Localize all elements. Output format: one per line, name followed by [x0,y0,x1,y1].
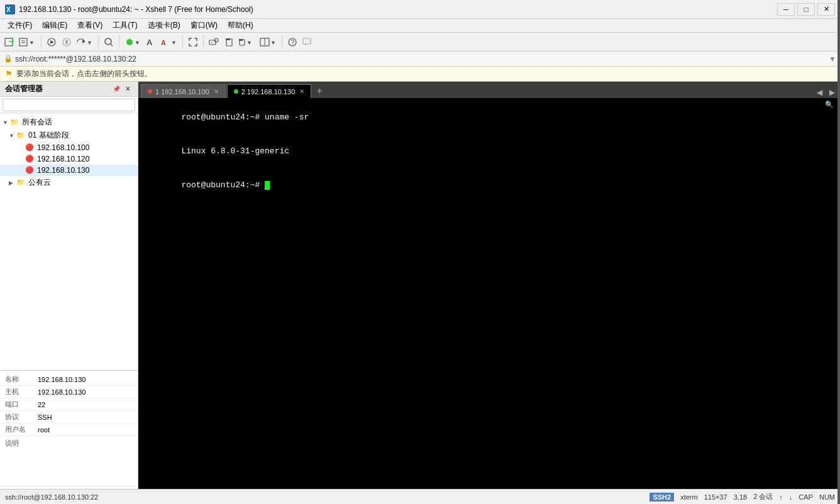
minimize-button[interactable]: ─ [777,3,795,16]
connect-button[interactable] [45,35,58,49]
prop-label-name: 名称 [0,375,33,384]
tree-item-host130[interactable]: 🔴 192.168.10.130 [0,165,138,176]
tab-2[interactable]: 2 192.168.10.130 ✕ [227,84,312,98]
menu-item-help[interactable]: 帮助(H) [223,19,258,32]
window-controls: ─ □ ✕ [777,3,835,16]
separator-4 [182,36,183,48]
terminal-area: 1 192.168.10.100 ✕ 2 192.168.10.130 ✕ + … [138,82,840,489]
prop-row-host: 主机 192.168.10.130 [0,386,138,398]
session-header-buttons: 📌 ✕ [111,84,133,94]
tab-dot-1 [148,89,152,94]
tab-navigation: ◀ ▶ [814,87,837,98]
addressbar: 🔒 ssh://root:******@192.168.10.130:22 ▼ [0,52,840,67]
tab-close-1[interactable]: ✕ [214,88,219,95]
svg-text:A: A [161,39,166,47]
status-term-type: xterm [680,493,698,501]
statusbar: ssh://root@192.168.10.130:22 SSH2 xterm … [0,489,840,504]
close-button[interactable]: ✕ [817,3,835,16]
tree-item-host100[interactable]: 🔴 192.168.10.100 [0,142,138,153]
status-connection: ssh://root@192.168.10.130:22 [5,493,644,501]
session-tree: ▼ 📁 所有会话 ▼ 📁 01 基础阶段 🔴 192.168.10.100 🔴 … [0,113,138,370]
session-panel-close[interactable]: ✕ [123,84,133,94]
status-cursor-pos: 3,18 [734,493,747,501]
chat-button[interactable] [301,35,314,49]
tab-close-2[interactable]: ✕ [299,88,304,95]
add-tab-button[interactable]: + [312,84,326,98]
svg-rect-5 [19,38,27,46]
disconnect-button[interactable] [60,35,74,49]
terminal-content[interactable]: root@ubuntu24:~# uname -sr Linux 6.8.0-3… [138,98,840,489]
separator-1 [41,36,41,48]
menu-item-window[interactable]: 窗口(W) [185,19,223,32]
tree-label-host120: 192.168.10.120 [37,155,89,163]
menu-item-tools[interactable]: 工具(T) [108,19,142,32]
menu-item-view[interactable]: 查看(V) [72,19,108,32]
prop-label-username: 用户名 [0,425,33,434]
lock-icon: 🔒 [4,55,13,63]
prop-row-protocol: 协议 SSH [0,411,138,424]
prop-label-description: 说明 [0,439,33,448]
tree-label-all: 所有会话 [22,117,52,128]
warning-icon: ⚑ [5,69,13,79]
compose-dropdown-button[interactable]: ▼ [123,35,143,49]
svg-text:▼: ▼ [270,40,276,46]
prop-value-host: 192.168.10.130 [33,388,138,396]
svg-text:▼: ▼ [87,40,92,46]
tree-item-basic[interactable]: ▼ 📁 01 基础阶段 [0,129,138,142]
svg-rect-26 [226,38,230,40]
tree-item-cloud[interactable]: ▶ 📁 公有云 [0,176,138,189]
hint-text: 要添加当前会话，点击左侧的箭头按钮。 [16,68,152,79]
folder-icon: 📁 [16,131,26,140]
search-icon: 🔍 [825,101,834,109]
session-search-input[interactable] [3,99,135,111]
prop-label-protocol: 协议 [0,412,33,422]
prop-value-username: root [33,426,138,434]
clipboard-button[interactable] [222,35,236,49]
terminal-line-2: Linux 6.8.0-31-generic [142,134,836,168]
svg-text:X: X [6,6,11,13]
tab-nav-left[interactable]: ◀ [814,87,825,98]
tree-label-host130: 192.168.10.130 [37,166,89,175]
font-button[interactable]: A [144,35,158,49]
menu-item-options[interactable]: 选项卡(B) [143,19,185,32]
svg-text:?: ? [291,39,295,46]
session-panel-pin[interactable]: 📌 [111,84,121,94]
main-area: 会话管理器 📌 ✕ 🔍 ▼ 📁 所有会话 ▼ 📁 01 基础阶段 [0,82,840,489]
svg-marker-10 [50,40,54,44]
address-dropdown[interactable]: ▼ [829,55,836,63]
tree-item-all-sessions[interactable]: ▼ 📁 所有会话 [0,116,138,129]
clipboard-dropdown-button[interactable]: ▼ [237,35,257,49]
session-panel: 会话管理器 📌 ✕ 🔍 ▼ 📁 所有会话 ▼ 📁 01 基础阶段 [0,82,138,489]
session-icon: 🔴 [25,143,35,152]
new-session-button[interactable] [3,35,16,49]
svg-text:▼: ▼ [135,40,140,46]
tab-nav-right[interactable]: ▶ [826,87,837,98]
keys-button[interactable] [207,35,221,49]
layout-dropdown-button[interactable]: ▼ [258,35,279,49]
tab-label-1: 1 192.168.10.100 [155,88,209,96]
properties-panel: 名称 192.168.10.130 主机 192.168.10.130 端口 2… [0,370,138,489]
menu-item-file[interactable]: 文件(F) [3,19,37,32]
terminal-prompt-2: root@ubuntu24:~# [181,180,265,190]
session-icon: 🔴 [25,166,35,175]
menu-item-edit[interactable]: 编辑(E) [37,19,72,32]
tab-1[interactable]: 1 192.168.10.100 ✕ [141,84,226,98]
maximize-button[interactable]: □ [797,3,815,16]
find-button[interactable] [102,35,116,49]
resize-handle[interactable] [837,0,840,504]
help-button[interactable]: ? [285,35,299,49]
open-dropdown-button[interactable]: ▼ [18,35,38,49]
svg-point-17 [126,39,133,45]
terminal-line-3: root@ubuntu24:~# [142,168,836,202]
fullscreen-button[interactable] [186,35,200,49]
svg-text:▼: ▼ [29,40,35,46]
address-text: ssh://root:******@192.168.10.130:22 [15,55,829,63]
tree-item-host120[interactable]: 🔴 192.168.10.120 [0,153,138,165]
font-dropdown-button[interactable]: A▼ [159,35,179,49]
scroll-down-button[interactable]: ↓ [789,493,793,501]
scroll-up-button[interactable]: ↑ [779,493,783,501]
terminal-prompt-1: root@ubuntu24:~# [181,112,265,122]
reconnect-dropdown-button[interactable]: ▼ [75,35,95,49]
svg-text:A: A [146,38,153,47]
expand-icon: ▼ [3,119,10,126]
